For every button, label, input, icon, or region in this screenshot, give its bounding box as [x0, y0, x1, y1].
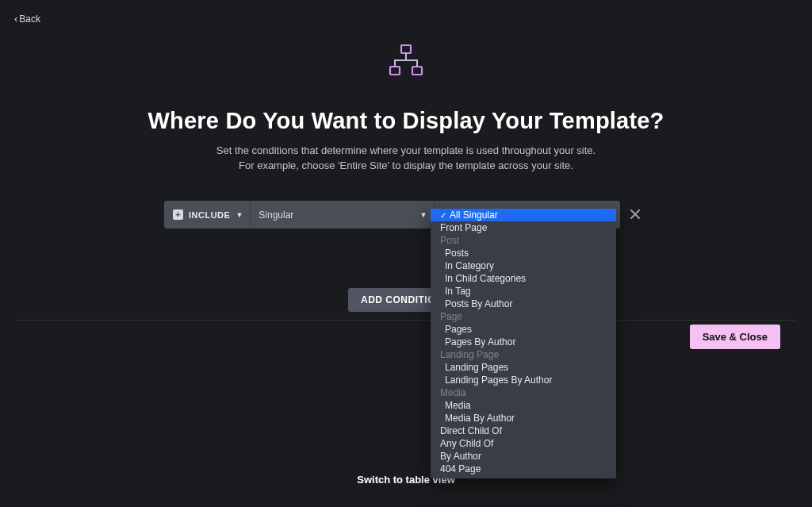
dropdown-item[interactable]: In Child Categories	[431, 272, 616, 285]
plus-icon: +	[173, 209, 183, 220]
dropdown-group-label: Landing Page	[431, 348, 616, 361]
include-label: INCLUDE	[189, 210, 230, 220]
dropdown-item[interactable]: By Author	[431, 450, 616, 463]
dropdown-item[interactable]: Posts By Author	[431, 298, 616, 310]
chevron-down-icon: ▼	[419, 211, 427, 219]
svg-rect-2	[412, 67, 422, 75]
dropdown-item[interactable]: In Category	[431, 259, 616, 272]
dropdown-item[interactable]: Front Page	[431, 221, 616, 234]
chevron-left-icon: ‹	[14, 13, 17, 25]
dropdown-item[interactable]: All Singular	[431, 209, 616, 221]
svg-rect-0	[401, 45, 411, 53]
dropdown-group-label: Post	[431, 234, 616, 247]
dropdown-item[interactable]: In Tag	[431, 285, 616, 298]
sitemap-icon	[389, 44, 423, 79]
dropdown-group-label: Media	[431, 386, 616, 399]
scope-selected-label: Singular	[259, 209, 293, 221]
dropdown-item[interactable]: Pages	[431, 323, 616, 336]
subtitle-line-2: For example, choose 'Entire Site' to dis…	[239, 159, 573, 171]
switch-view-link[interactable]: Switch to table view	[0, 474, 812, 486]
dropdown-item[interactable]: Media	[431, 399, 616, 412]
remove-condition-button[interactable]	[627, 206, 643, 222]
dropdown-item[interactable]: Pages By Author	[431, 336, 616, 348]
dropdown-item[interactable]: Landing Pages By Author	[431, 374, 616, 386]
chevron-down-icon: ▼	[236, 211, 243, 219]
save-close-button[interactable]: Save & Close	[690, 325, 780, 349]
divider	[16, 320, 796, 321]
back-link[interactable]: ‹ Back	[14, 13, 40, 25]
back-label: Back	[19, 13, 40, 25]
scope-select[interactable]: Singular ▼	[251, 201, 435, 229]
page-subtitle: Set the conditions that determine where …	[0, 143, 812, 173]
dropdown-item[interactable]: Direct Child Of	[431, 424, 616, 437]
value-dropdown-panel: All SingularFront PagePostPostsIn Catego…	[431, 209, 616, 478]
include-select[interactable]: + INCLUDE ▼	[164, 201, 251, 229]
dropdown-group-label: Page	[431, 310, 616, 323]
dropdown-item[interactable]: Any Child Of	[431, 437, 616, 450]
dropdown-item[interactable]: Landing Pages	[431, 361, 616, 374]
svg-rect-1	[390, 67, 400, 75]
dropdown-item[interactable]: 404 Page	[431, 463, 616, 475]
subtitle-line-1: Set the conditions that determine where …	[216, 144, 596, 156]
page-title: Where Do You Want to Display Your Templa…	[0, 108, 812, 134]
dropdown-item[interactable]: Posts	[431, 247, 616, 259]
dropdown-item[interactable]: Media By Author	[431, 412, 616, 424]
